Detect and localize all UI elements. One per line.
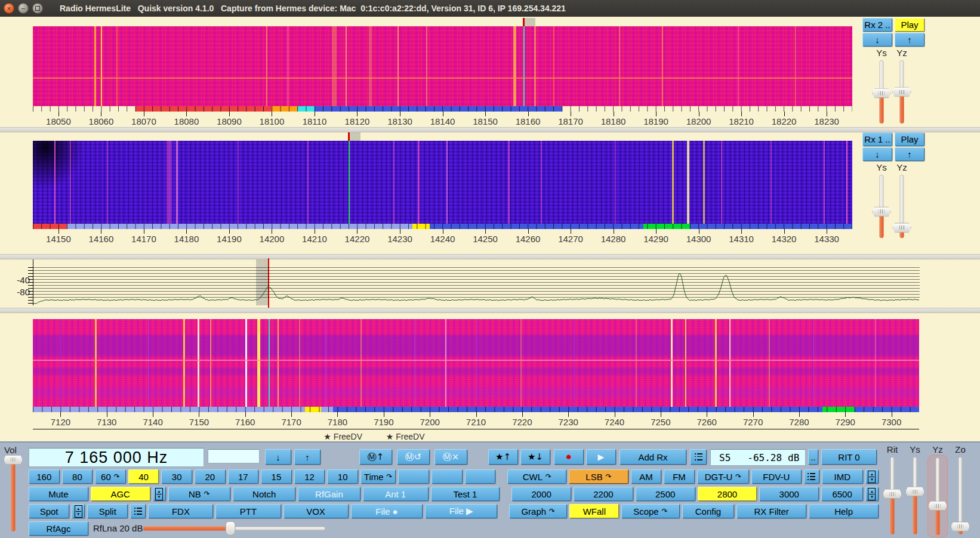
frequency-entry-input[interactable] bbox=[208, 449, 260, 463]
button-split[interactable]: Split bbox=[87, 504, 128, 518]
slider-area[interactable] bbox=[5, 453, 21, 533]
rx1-ys-slider[interactable]: Ys bbox=[873, 162, 890, 240]
graph-plot-area[interactable] bbox=[33, 259, 920, 305]
spectrum-graph[interactable]: -40 -80 bbox=[0, 259, 980, 305]
record-button[interactable]: ● bbox=[554, 449, 584, 465]
button-file[interactable]: File ▶ bbox=[425, 504, 497, 518]
spinner-button[interactable]: ▲▼ bbox=[865, 487, 879, 501]
button-vox[interactable]: VOX bbox=[283, 504, 349, 518]
rx1-select-button[interactable]: Rx 1 .. bbox=[862, 132, 892, 146]
tune-down-button[interactable]: ↓ bbox=[265, 449, 291, 465]
slider-area[interactable] bbox=[927, 455, 948, 537]
button-rfgain[interactable]: RfGain bbox=[298, 487, 360, 501]
slider-handle[interactable] bbox=[905, 487, 924, 497]
waterfall1-tuning-strip[interactable] bbox=[33, 18, 852, 26]
smeter-menu-button[interactable] bbox=[690, 449, 707, 465]
rx1-play-button[interactable]: Play bbox=[895, 132, 924, 146]
slider-area[interactable] bbox=[873, 173, 890, 240]
button-15[interactable]: 15 bbox=[261, 469, 292, 484]
waterfall3-display[interactable] bbox=[33, 319, 919, 407]
button-blank[interactable] bbox=[398, 469, 429, 484]
rx2-up-button[interactable]: ↑ bbox=[895, 33, 924, 47]
button-12[interactable]: 12 bbox=[294, 469, 325, 484]
slider-area[interactable] bbox=[893, 173, 910, 240]
button-fdv-u[interactable]: FDV-U bbox=[751, 469, 801, 484]
memory-add-button[interactable]: Ⓜ↑ bbox=[359, 449, 392, 465]
rx2-play-button[interactable]: Play bbox=[895, 18, 924, 32]
button-lsb[interactable]: LSB↷ bbox=[569, 469, 628, 484]
button-imd[interactable]: IMD bbox=[822, 469, 863, 484]
menu-list-button[interactable] bbox=[804, 469, 819, 484]
rx1-up-button[interactable]: ↑ bbox=[895, 147, 924, 161]
button-blank[interactable] bbox=[465, 469, 496, 484]
ys-slider[interactable]: Ys bbox=[905, 444, 925, 537]
button-30[interactable]: 30 bbox=[161, 469, 192, 484]
slider-handle[interactable] bbox=[928, 501, 947, 511]
playback-button[interactable]: ▶ bbox=[586, 449, 616, 465]
rflna-slider[interactable] bbox=[143, 522, 325, 535]
button-notch[interactable]: Notch bbox=[233, 487, 295, 501]
button-nb[interactable]: NB↷ bbox=[168, 487, 231, 501]
sash-divider[interactable] bbox=[0, 254, 980, 259]
add-rx-button[interactable]: Add Rx bbox=[620, 449, 686, 465]
button-ant-1[interactable]: Ant 1 bbox=[363, 487, 429, 501]
slider-handle[interactable] bbox=[951, 521, 970, 531]
slider-handle[interactable] bbox=[892, 222, 911, 233]
button-blank[interactable] bbox=[432, 469, 463, 484]
button-spot[interactable]: Spot bbox=[29, 504, 69, 518]
rflna-slider-handle[interactable] bbox=[226, 521, 236, 536]
button-40[interactable]: 40 bbox=[128, 469, 159, 484]
button-2500[interactable]: 2500 bbox=[636, 487, 695, 501]
button-cwl[interactable]: CWL↷ bbox=[507, 469, 566, 484]
volume-slider[interactable] bbox=[5, 453, 21, 533]
slider-area[interactable] bbox=[950, 455, 970, 536]
button-60[interactable]: 60↷ bbox=[95, 469, 126, 484]
slider-handle[interactable] bbox=[892, 87, 911, 97]
button-scope[interactable]: Scope↷ bbox=[621, 504, 679, 518]
favorites-up-button[interactable]: ★↑ bbox=[488, 449, 518, 465]
button-10[interactable]: 10 bbox=[327, 469, 358, 484]
zo-slider[interactable]: Zo bbox=[950, 444, 970, 537]
spinner-button[interactable]: ▲▼ bbox=[865, 469, 879, 484]
slider-handle[interactable] bbox=[872, 88, 891, 98]
sash-divider[interactable] bbox=[0, 308, 980, 313]
button-test-1[interactable]: Test 1 bbox=[431, 487, 500, 501]
slider-area[interactable] bbox=[893, 58, 910, 125]
waterfall1-display[interactable] bbox=[33, 26, 852, 106]
slider-handle[interactable] bbox=[883, 489, 902, 499]
slider-area[interactable] bbox=[882, 455, 902, 536]
maximize-icon[interactable] bbox=[32, 3, 43, 14]
button-20[interactable]: 20 bbox=[195, 469, 226, 484]
memory-next-button[interactable]: Ⓜ↺ bbox=[397, 449, 430, 465]
button-file[interactable]: File ● bbox=[351, 504, 423, 518]
button-fm[interactable]: FM bbox=[664, 469, 695, 484]
yz-slider[interactable]: Yz bbox=[927, 444, 948, 537]
button-mute[interactable]: Mute bbox=[29, 487, 88, 501]
button-wfall[interactable]: WFall bbox=[569, 504, 619, 518]
rx1-down-button[interactable]: ↓ bbox=[862, 147, 892, 161]
close-icon[interactable]: × bbox=[4, 3, 14, 14]
rx2-ys-slider[interactable]: Ys bbox=[873, 48, 890, 125]
menu-list-button[interactable] bbox=[130, 504, 146, 518]
button-dgt-u[interactable]: DGT-U↷ bbox=[697, 469, 749, 484]
rfagc-button[interactable]: RfAgc bbox=[29, 521, 88, 536]
rit-slider[interactable]: Rit bbox=[882, 444, 902, 537]
waterfall2-tuning-strip[interactable] bbox=[33, 132, 852, 141]
button-6500[interactable]: 6500 bbox=[821, 487, 863, 501]
button-time[interactable]: Time↷ bbox=[360, 469, 396, 484]
rit-button[interactable]: RIT 0 bbox=[821, 449, 877, 465]
memory-delete-button[interactable]: Ⓜ× bbox=[434, 449, 467, 465]
button-agc[interactable]: AGC bbox=[91, 487, 150, 501]
spinner-button[interactable]: ▲▼ bbox=[153, 487, 166, 501]
button-ptt[interactable]: PTT bbox=[215, 504, 281, 518]
tune-up-button[interactable]: ↑ bbox=[294, 449, 320, 465]
slider-handle[interactable] bbox=[4, 454, 23, 465]
button-fdx[interactable]: FDX bbox=[148, 504, 213, 518]
spinner-button[interactable]: ▲▼ bbox=[72, 504, 85, 518]
slider-handle[interactable] bbox=[872, 206, 891, 217]
rx2-yz-slider[interactable]: Yz bbox=[893, 48, 910, 125]
button-3000[interactable]: 3000 bbox=[759, 487, 819, 501]
rx2-down-button[interactable]: ↓ bbox=[862, 33, 892, 47]
waterfall2-display[interactable] bbox=[33, 141, 852, 224]
sash-divider[interactable] bbox=[0, 127, 980, 132]
